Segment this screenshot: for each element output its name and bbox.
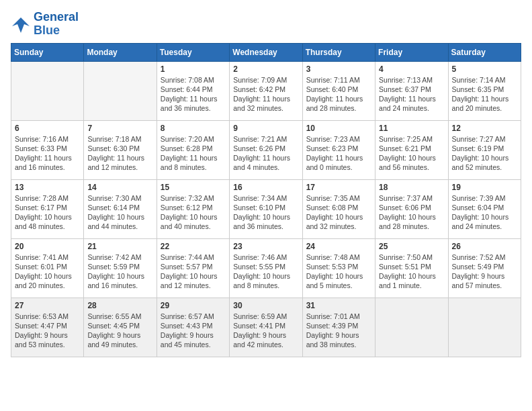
day-info: Sunrise: 7:39 AM Sunset: 6:04 PM Dayligh…: [452, 193, 517, 232]
calendar-cell: [448, 298, 521, 357]
calendar-cell: 9Sunrise: 7:21 AM Sunset: 6:26 PM Daylig…: [230, 120, 302, 179]
calendar-cell: 24Sunrise: 7:48 AM Sunset: 5:53 PM Dayli…: [302, 238, 375, 298]
calendar-week-row: 6Sunrise: 7:16 AM Sunset: 6:33 PM Daylig…: [11, 120, 521, 179]
calendar-cell: 21Sunrise: 7:42 AM Sunset: 5:59 PM Dayli…: [84, 238, 157, 298]
day-number: 16: [233, 183, 298, 192]
calendar-cell: 6Sunrise: 7:16 AM Sunset: 6:33 PM Daylig…: [11, 120, 84, 179]
day-number: 14: [87, 183, 152, 192]
day-number: 5: [452, 64, 517, 74]
day-number: 7: [87, 124, 152, 133]
svg-marker-0: [12, 17, 30, 33]
calendar-week-row: 13Sunrise: 7:28 AM Sunset: 6:17 PM Dayli…: [11, 179, 521, 238]
calendar-week-row: 1Sunrise: 7:08 AM Sunset: 6:44 PM Daylig…: [11, 61, 521, 120]
day-number: 29: [161, 301, 226, 310]
calendar-week-row: 27Sunrise: 6:53 AM Sunset: 4:47 PM Dayli…: [11, 298, 521, 357]
day-of-week-header: Sunday: [11, 43, 84, 61]
day-info: Sunrise: 7:21 AM Sunset: 6:26 PM Dayligh…: [233, 134, 298, 173]
day-info: Sunrise: 7:01 AM Sunset: 4:39 PM Dayligh…: [306, 312, 371, 350]
day-info: Sunrise: 7:25 AM Sunset: 6:21 PM Dayligh…: [379, 134, 444, 173]
logo-text: General Blue: [34, 11, 79, 38]
calendar-cell: 20Sunrise: 7:41 AM Sunset: 6:01 PM Dayli…: [11, 238, 84, 298]
day-info: Sunrise: 7:18 AM Sunset: 6:30 PM Dayligh…: [87, 134, 152, 173]
calendar-cell: 12Sunrise: 7:27 AM Sunset: 6:19 PM Dayli…: [448, 120, 521, 179]
calendar-cell: 15Sunrise: 7:32 AM Sunset: 6:12 PM Dayli…: [157, 179, 229, 238]
day-of-week-header: Thursday: [302, 43, 375, 61]
day-number: 31: [306, 301, 371, 310]
day-info: Sunrise: 7:52 AM Sunset: 5:49 PM Dayligh…: [452, 253, 517, 291]
day-number: 19: [452, 183, 517, 192]
day-info: Sunrise: 7:48 AM Sunset: 5:53 PM Dayligh…: [306, 253, 371, 291]
day-of-week-header: Wednesday: [230, 43, 302, 61]
calendar-cell: 4Sunrise: 7:13 AM Sunset: 6:37 PM Daylig…: [375, 61, 448, 120]
calendar-cell: 3Sunrise: 7:11 AM Sunset: 6:40 PM Daylig…: [302, 61, 375, 120]
page-header: General Blue: [11, 11, 521, 38]
day-number: 15: [161, 183, 226, 192]
day-info: Sunrise: 7:27 AM Sunset: 6:19 PM Dayligh…: [452, 134, 517, 173]
day-info: Sunrise: 7:41 AM Sunset: 6:01 PM Dayligh…: [15, 253, 80, 291]
calendar-cell: 25Sunrise: 7:50 AM Sunset: 5:51 PM Dayli…: [375, 238, 448, 298]
day-number: 17: [306, 183, 371, 192]
calendar-table: SundayMondayTuesdayWednesdayThursdayFrid…: [11, 43, 521, 357]
calendar-cell: 19Sunrise: 7:39 AM Sunset: 6:04 PM Dayli…: [448, 179, 521, 238]
calendar-cell: 27Sunrise: 6:53 AM Sunset: 4:47 PM Dayli…: [11, 298, 84, 357]
day-info: Sunrise: 7:42 AM Sunset: 5:59 PM Dayligh…: [87, 253, 152, 291]
day-number: 27: [15, 301, 80, 310]
day-of-week-header: Saturday: [448, 43, 521, 61]
calendar-cell: 10Sunrise: 7:23 AM Sunset: 6:23 PM Dayli…: [302, 120, 375, 179]
day-number: 30: [233, 301, 298, 310]
day-number: 2: [233, 64, 298, 74]
day-info: Sunrise: 7:50 AM Sunset: 5:51 PM Dayligh…: [379, 253, 444, 291]
calendar-cell: 17Sunrise: 7:35 AM Sunset: 6:08 PM Dayli…: [302, 179, 375, 238]
day-number: 6: [15, 124, 80, 133]
calendar-cell: 11Sunrise: 7:25 AM Sunset: 6:21 PM Dayli…: [375, 120, 448, 179]
day-info: Sunrise: 7:08 AM Sunset: 6:44 PM Dayligh…: [161, 75, 226, 113]
day-number: 12: [452, 124, 517, 133]
day-info: Sunrise: 6:53 AM Sunset: 4:47 PM Dayligh…: [15, 312, 80, 350]
calendar-cell: 28Sunrise: 6:55 AM Sunset: 4:45 PM Dayli…: [84, 298, 157, 357]
day-number: 13: [15, 183, 80, 192]
day-number: 18: [379, 183, 444, 192]
day-info: Sunrise: 7:11 AM Sunset: 6:40 PM Dayligh…: [306, 75, 371, 113]
day-info: Sunrise: 7:28 AM Sunset: 6:17 PM Dayligh…: [15, 193, 80, 232]
day-info: Sunrise: 6:55 AM Sunset: 4:45 PM Dayligh…: [87, 312, 152, 350]
day-number: 20: [15, 242, 80, 251]
day-info: Sunrise: 7:23 AM Sunset: 6:23 PM Dayligh…: [306, 134, 371, 173]
day-info: Sunrise: 6:57 AM Sunset: 4:43 PM Dayligh…: [161, 312, 226, 350]
day-of-week-header: Friday: [375, 43, 448, 61]
day-info: Sunrise: 7:35 AM Sunset: 6:08 PM Dayligh…: [306, 193, 371, 232]
calendar-cell: 30Sunrise: 6:59 AM Sunset: 4:41 PM Dayli…: [230, 298, 302, 357]
day-number: 26: [452, 242, 517, 251]
day-number: 10: [306, 124, 371, 133]
day-info: Sunrise: 7:30 AM Sunset: 6:14 PM Dayligh…: [87, 193, 152, 232]
logo-icon: [11, 14, 31, 34]
calendar-cell: 16Sunrise: 7:34 AM Sunset: 6:10 PM Dayli…: [230, 179, 302, 238]
day-info: Sunrise: 7:44 AM Sunset: 5:57 PM Dayligh…: [161, 253, 226, 291]
day-number: 25: [379, 242, 444, 251]
day-number: 1: [161, 64, 226, 74]
day-info: Sunrise: 7:34 AM Sunset: 6:10 PM Dayligh…: [233, 193, 298, 232]
day-number: 11: [379, 124, 444, 133]
calendar-header-row: SundayMondayTuesdayWednesdayThursdayFrid…: [11, 43, 521, 61]
calendar-cell: [375, 298, 448, 357]
calendar-cell: 31Sunrise: 7:01 AM Sunset: 4:39 PM Dayli…: [302, 298, 375, 357]
day-info: Sunrise: 7:46 AM Sunset: 5:55 PM Dayligh…: [233, 253, 298, 291]
calendar-cell: 13Sunrise: 7:28 AM Sunset: 6:17 PM Dayli…: [11, 179, 84, 238]
day-info: Sunrise: 7:13 AM Sunset: 6:37 PM Dayligh…: [379, 75, 444, 113]
day-info: Sunrise: 6:59 AM Sunset: 4:41 PM Dayligh…: [233, 312, 298, 350]
calendar-cell: 8Sunrise: 7:20 AM Sunset: 6:28 PM Daylig…: [157, 120, 229, 179]
calendar-cell: 18Sunrise: 7:37 AM Sunset: 6:06 PM Dayli…: [375, 179, 448, 238]
calendar-cell: 22Sunrise: 7:44 AM Sunset: 5:57 PM Dayli…: [157, 238, 229, 298]
day-info: Sunrise: 7:16 AM Sunset: 6:33 PM Dayligh…: [15, 134, 80, 173]
calendar-cell: 5Sunrise: 7:14 AM Sunset: 6:35 PM Daylig…: [448, 61, 521, 120]
calendar-cell: 1Sunrise: 7:08 AM Sunset: 6:44 PM Daylig…: [157, 61, 229, 120]
day-number: 8: [161, 124, 226, 133]
day-number: 24: [306, 242, 371, 251]
calendar-cell: 2Sunrise: 7:09 AM Sunset: 6:42 PM Daylig…: [230, 61, 302, 120]
day-number: 23: [233, 242, 298, 251]
day-info: Sunrise: 7:37 AM Sunset: 6:06 PM Dayligh…: [379, 193, 444, 232]
calendar-cell: 23Sunrise: 7:46 AM Sunset: 5:55 PM Dayli…: [230, 238, 302, 298]
day-info: Sunrise: 7:09 AM Sunset: 6:42 PM Dayligh…: [233, 75, 298, 113]
calendar-cell: 29Sunrise: 6:57 AM Sunset: 4:43 PM Dayli…: [157, 298, 229, 357]
calendar-cell: [84, 61, 157, 120]
calendar-cell: 26Sunrise: 7:52 AM Sunset: 5:49 PM Dayli…: [448, 238, 521, 298]
